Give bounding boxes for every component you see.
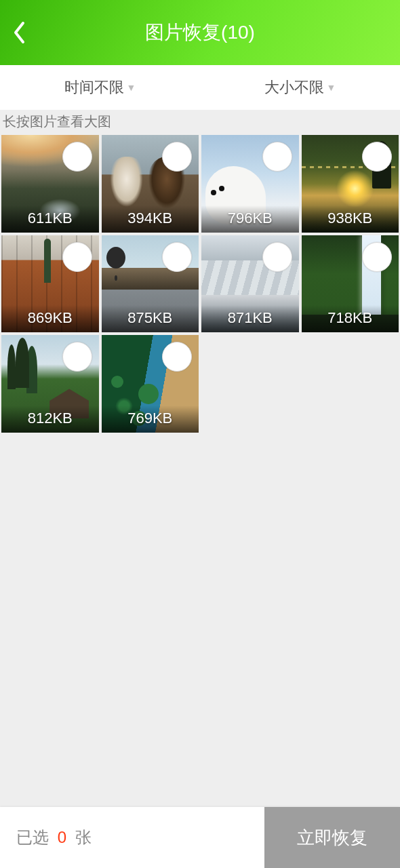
select-toggle[interactable] (62, 242, 92, 272)
filter-size[interactable]: 大小不限 ▼ (200, 77, 400, 98)
image-grid: 611KB394KB796KB938KB869KB875KB871KB718KB… (0, 135, 400, 433)
dropdown-icon: ▼ (127, 82, 136, 93)
dropdown-icon: ▼ (327, 82, 336, 93)
select-toggle[interactable] (162, 142, 192, 172)
filter-time[interactable]: 时间不限 ▼ (0, 77, 200, 98)
longpress-hint: 长按图片查看大图 (0, 110, 400, 135)
image-thumb-mountain-valley[interactable]: 611KB (1, 135, 99, 233)
select-toggle[interactable] (162, 342, 192, 372)
app-root: 图片恢复(10) 时间不限 ▼ 大小不限 ▼ 长按图片查看大图 611KB394… (0, 0, 400, 868)
page-title: 图片恢复(10) (0, 20, 400, 45)
image-size-label: 812KB (1, 406, 99, 433)
select-toggle[interactable] (362, 142, 392, 172)
recover-button[interactable]: 立即恢复 (264, 807, 400, 868)
selected-prefix: 已选 (16, 828, 49, 846)
image-thumb-brick-city[interactable]: 869KB (1, 235, 99, 333)
image-thumb-sunset-tree[interactable]: 938KB (302, 135, 399, 233)
image-size-label: 869KB (1, 305, 99, 332)
image-thumb-waterfall[interactable]: 718KB (302, 235, 399, 333)
image-thumb-horses[interactable]: 394KB (102, 135, 199, 233)
chevron-left-icon (12, 21, 26, 44)
filter-size-label: 大小不限 (264, 77, 324, 98)
image-thumb-glacier[interactable]: 871KB (201, 235, 299, 333)
image-size-label: 394KB (102, 205, 199, 233)
filter-time-label: 时间不限 (64, 77, 124, 98)
image-size-label: 796KB (201, 205, 299, 233)
image-size-label: 938KB (302, 205, 399, 233)
image-size-label: 718KB (302, 305, 399, 332)
image-thumb-barn-field[interactable]: 812KB (1, 335, 99, 433)
image-thumb-city-road[interactable]: 875KB (102, 235, 199, 333)
selected-summary: 已选 0 张 (16, 827, 92, 848)
image-size-label: 611KB (1, 205, 99, 233)
selected-suffix: 张 (75, 828, 92, 846)
select-toggle[interactable] (62, 342, 92, 372)
image-size-label: 769KB (102, 406, 199, 433)
image-size-label: 871KB (201, 305, 299, 332)
back-button[interactable] (12, 0, 26, 65)
selected-count: 0 (58, 828, 66, 846)
filter-bar: 时间不限 ▼ 大小不限 ▼ (0, 65, 400, 110)
image-thumb-arctic-fox[interactable]: 796KB (201, 135, 299, 233)
header-bar: 图片恢复(10) (0, 0, 400, 65)
select-toggle[interactable] (162, 242, 192, 272)
footer-bar: 已选 0 张 立即恢复 (0, 807, 400, 868)
image-thumb-aerial[interactable]: 769KB (102, 335, 199, 433)
select-toggle[interactable] (262, 142, 292, 172)
select-toggle[interactable] (62, 142, 92, 172)
image-size-label: 875KB (102, 305, 199, 332)
select-toggle[interactable] (362, 242, 392, 272)
select-toggle[interactable] (262, 242, 292, 272)
